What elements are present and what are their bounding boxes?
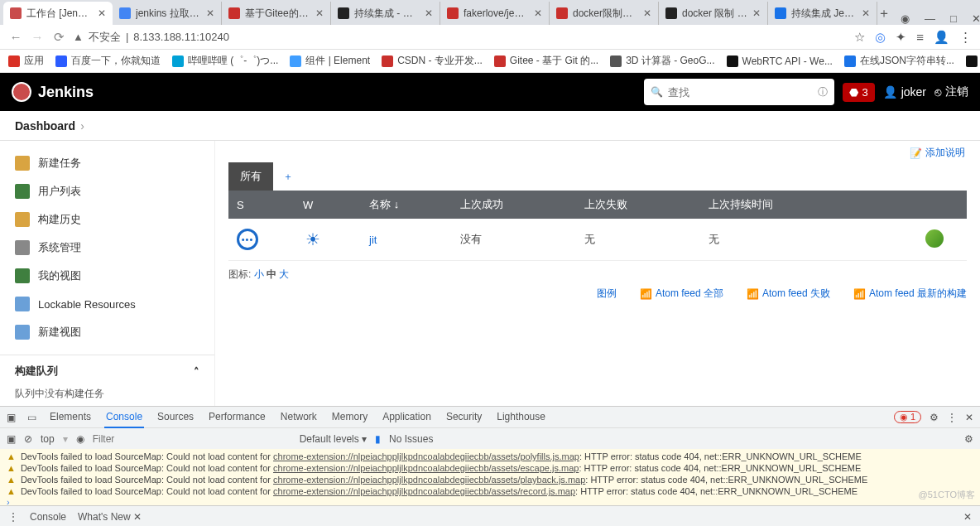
sidebar-item[interactable]: 构建历史 — [0, 205, 214, 234]
devtools-tab[interactable]: Security — [444, 407, 483, 428]
maximize-icon[interactable]: □ — [950, 12, 957, 25]
col-lastsuccess[interactable]: 上次成功 — [452, 191, 576, 219]
inspect-icon[interactable]: ▣ — [7, 412, 16, 423]
bookmark-item[interactable]: 应用 — [8, 54, 44, 68]
tab-close-icon[interactable]: ✕ — [98, 7, 106, 19]
devtools-tab[interactable]: Performance — [207, 407, 267, 428]
browser-tab[interactable]: fakerlove/jenkin✕ — [440, 2, 550, 25]
browser-tab[interactable]: jenkins 拉取gitee✕ — [113, 2, 222, 25]
devtools-tab[interactable]: Lighthouse — [495, 407, 547, 428]
sidebar-item[interactable]: 我的视图 — [0, 262, 214, 290]
footer-console[interactable]: Console — [30, 511, 66, 523]
bookmark-item[interactable]: WebRTC API - We... — [727, 55, 833, 67]
alert-badge[interactable]: ⬣ 3 — [843, 83, 874, 102]
crumb-dashboard[interactable]: Dashboard — [15, 119, 75, 133]
tab-close-icon[interactable]: ✕ — [643, 7, 651, 19]
list-icon[interactable]: ≡ — [916, 30, 924, 44]
col-w[interactable]: W — [295, 191, 361, 219]
footer-whatsnew[interactable]: What's New ✕ — [78, 511, 142, 523]
minimize-icon[interactable]: — — [925, 12, 935, 25]
devtools-tab[interactable]: Memory — [330, 407, 369, 428]
sidebar-item[interactable]: 新建视图 — [0, 318, 214, 346]
icon-size-l[interactable]: 大 — [279, 268, 289, 280]
build-queue-header[interactable]: 构建队列 ˄ — [0, 355, 214, 382]
legend-link[interactable]: 图例 — [597, 287, 617, 301]
device-icon[interactable]: ▭ — [27, 412, 36, 423]
browser-tab[interactable]: 基于Gitee的jenk✕ — [222, 2, 331, 25]
tab-close-icon[interactable]: ✕ — [752, 7, 761, 19]
search-input[interactable] — [668, 86, 818, 99]
devtools-tab[interactable]: Application — [381, 407, 433, 428]
new-tab-button[interactable]: ＋ — [877, 2, 891, 25]
tab-close-icon[interactable]: ✕ — [534, 7, 542, 19]
table-row[interactable]: ••• ☀ jit 没有 无 无 — [228, 219, 967, 261]
devtools-tab[interactable]: Console — [104, 407, 144, 428]
icon-size-m[interactable]: 中 — [267, 268, 276, 280]
user-menu[interactable]: 👤 joker — [883, 85, 926, 99]
col-name[interactable]: 名称 ↓ — [361, 191, 452, 219]
help-icon[interactable]: ⓘ — [818, 85, 828, 99]
context-select[interactable]: top — [41, 433, 55, 445]
sidebar-item[interactable]: 新建任务 — [0, 149, 214, 177]
sidebar-item[interactable]: 用户列表 — [0, 177, 214, 205]
browser-tab[interactable]: docker 限制 容器✕ — [659, 2, 768, 25]
tab-close-icon[interactable]: ✕ — [315, 7, 324, 19]
star-icon[interactable]: ☆ — [854, 30, 865, 45]
bookmark-item[interactable]: 组件 | Element — [290, 54, 370, 68]
clear-icon[interactable]: ⊘ — [24, 433, 32, 445]
bookmark-item[interactable]: 在线JSON字符串转... — [844, 54, 954, 68]
drawer-close-icon[interactable]: ✕ — [963, 511, 972, 523]
browser-tab[interactable]: 工作台 [Jenkins]✕ — [3, 2, 113, 25]
browser-tab[interactable]: docker限制容器✕ — [550, 2, 659, 25]
jenkins-logo[interactable]: Jenkins — [12, 82, 94, 102]
filter-input[interactable] — [93, 433, 291, 445]
icon-size-s[interactable]: 小 — [254, 268, 264, 280]
bookmark-item[interactable]: 百度一下，你就知道 — [55, 54, 161, 68]
tab-all[interactable]: 所有 — [228, 162, 273, 191]
feed-all[interactable]: 📶Atom feed 全部 — [640, 287, 723, 301]
tab-close-icon[interactable]: ✕ — [206, 7, 214, 19]
url-box[interactable]: ▲ 不安全 | 8.133.188.11:10240 — [73, 30, 848, 45]
logout-button[interactable]: ⎋ 注销 — [934, 84, 968, 99]
build-now-icon[interactable] — [925, 229, 944, 248]
reload-icon[interactable]: ⟳ — [51, 30, 66, 45]
devtools-tab[interactable]: Network — [279, 407, 319, 428]
menu-icon[interactable]: ⋮ — [959, 30, 972, 45]
sidebar-item[interactable]: Lockable Resources — [0, 290, 214, 318]
search-box[interactable]: 🔍 ⓘ — [644, 79, 834, 105]
bookmark-item[interactable]: CSDN - 专业开发... — [382, 54, 483, 68]
sidebar-icon[interactable]: ▣ — [7, 433, 16, 445]
bookmark-item[interactable]: 哔哩哔哩 (゜-゜)つ... — [172, 54, 278, 68]
eye-icon[interactable]: ◉ — [76, 433, 84, 445]
col-s[interactable]: S — [228, 191, 295, 219]
extension-icon[interactable]: ◎ — [875, 30, 886, 45]
tab-close-icon[interactable]: ✕ — [862, 7, 870, 19]
close-icon[interactable]: ✕ — [972, 12, 980, 25]
browser-tab[interactable]: 持续集成 - 基于g✕ — [331, 2, 440, 25]
puzzle-icon[interactable]: ✦ — [896, 30, 906, 45]
forward-icon[interactable]: → — [30, 30, 45, 44]
kebab-icon[interactable]: ⋮ — [947, 412, 957, 423]
col-lastduration[interactable]: 上次持续时间 — [700, 191, 917, 219]
tab-close-icon[interactable]: ✕ — [425, 7, 433, 19]
gear-icon[interactable]: ⚙ — [930, 412, 939, 423]
profile-icon[interactable]: 👤 — [934, 30, 949, 45]
job-name-link[interactable]: jit — [369, 234, 377, 246]
col-lastfailure[interactable]: 上次失败 — [576, 191, 700, 219]
drawer-icon[interactable]: ⋮ — [8, 511, 18, 523]
feed-fail[interactable]: 📶Atom feed 失败 — [747, 287, 830, 301]
back-icon[interactable]: ← — [8, 30, 23, 44]
devtools-tab[interactable]: Elements — [48, 407, 93, 428]
levels-select[interactable]: Default levels ▾ — [300, 433, 367, 445]
bookmark-item[interactable]: 3D 计算器 - GeoG... — [610, 54, 714, 68]
sidebar-item[interactable]: 系统管理 — [0, 234, 214, 262]
console-prompt[interactable]: › — [0, 497, 980, 505]
add-view-button[interactable]: ＋ — [273, 163, 303, 191]
bookmark-item[interactable]: Docker Hub — [966, 55, 980, 67]
update-icon[interactable]: ◉ — [901, 12, 910, 25]
browser-tab[interactable]: 持续集成 Jenkins✕ — [768, 2, 877, 25]
devtools-close-icon[interactable]: ✕ — [965, 412, 973, 423]
feed-latest[interactable]: 📶Atom feed 最新的构建 — [853, 287, 967, 301]
devtools-tab[interactable]: Sources — [156, 407, 195, 428]
bookmark-item[interactable]: Gitee - 基于 Git 的... — [494, 54, 598, 68]
